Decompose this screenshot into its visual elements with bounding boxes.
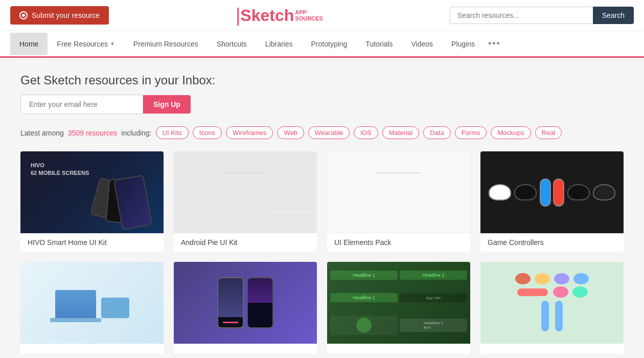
tag-material[interactable]: Material <box>382 126 419 139</box>
logo-sources-text: SOURCES <box>295 15 323 21</box>
card-thumbnail-android <box>174 151 317 233</box>
typo-cell-4: App title <box>400 294 467 302</box>
card-thumbnail-typography: Headline 1 Headline 2 Headline 1 App tit… <box>327 262 470 344</box>
search-button[interactable]: Search <box>593 7 634 24</box>
typo-cell-3: Headline 1 <box>330 293 398 302</box>
logo-sketch-text: Sketch <box>240 7 294 24</box>
card-thumbnail-movie <box>174 262 317 344</box>
laptop-shape <box>55 290 96 318</box>
card-thumbnail-sushi <box>480 262 624 344</box>
nav-item-videos[interactable]: Videos <box>402 33 443 55</box>
card-title-typography <box>327 344 470 354</box>
nav-item-premium-resources[interactable]: Premium Resources <box>124 33 208 55</box>
typo-cell-6: Headline 1font <box>400 319 467 332</box>
resource-card-sushi[interactable] <box>480 262 624 354</box>
ui-cell-2 <box>376 172 421 173</box>
nav-item-plugins[interactable]: Plugins <box>442 33 484 55</box>
tags-row: Latest among 3509 resources including: U… <box>20 126 624 139</box>
header: Submit your resource | Sketch APP SOURCE… <box>0 0 644 31</box>
tag-ui-kits[interactable]: UI Kits <box>156 126 189 139</box>
tag-web[interactable]: Web <box>277 126 304 139</box>
tag-mockups[interactable]: Mockups <box>491 126 531 139</box>
card-thumbnail-ui-elements <box>327 151 470 233</box>
nav-item-libraries[interactable]: Libraries <box>256 33 302 55</box>
tag-real[interactable]: Real <box>535 126 562 139</box>
newsletter-section: Get Sketch resources in your Inbox: Sign… <box>20 73 624 114</box>
card-title-game-ctrl: Game Controllers <box>480 233 624 252</box>
logo-app-text: APP <box>295 9 323 15</box>
tag-wearable[interactable]: Wearable <box>308 126 350 139</box>
target-icon <box>19 11 28 19</box>
nav-item-tutorials[interactable]: Tutorials <box>356 33 402 55</box>
logo-bracket-left: | <box>236 6 240 25</box>
tag-ios[interactable]: iOS <box>354 126 378 139</box>
main-nav: Home Free Resources ▼ Premium Resources … <box>0 31 644 58</box>
movie-cover <box>218 278 243 317</box>
typo-cell-5 <box>330 316 398 335</box>
nav-item-free-resources[interactable]: Free Resources ▼ <box>48 33 124 55</box>
sushi-item-5 <box>553 286 568 298</box>
resource-grid: HIVO Smart Home UI Kit Android Pie UI Ki… <box>20 151 624 354</box>
card-title-hivo: HIVO Smart Home UI Kit <box>20 233 164 252</box>
logo[interactable]: | Sketch APP SOURCES <box>236 6 323 25</box>
submit-resource-button[interactable]: Submit your resource <box>10 6 109 25</box>
card-title-movie <box>174 344 317 354</box>
search-input[interactable] <box>450 7 593 24</box>
card-thumbnail-laptop <box>20 262 164 344</box>
band-horizontal <box>517 288 548 296</box>
resource-card-android[interactable]: Android Pie UI Kit <box>174 151 317 252</box>
printer-shape <box>101 298 129 318</box>
controller-white <box>489 184 511 200</box>
card-title-sushi <box>480 344 624 354</box>
band-vertical-1 <box>541 301 549 331</box>
card-title-android: Android Pie UI Kit <box>174 233 317 252</box>
chevron-down-icon: ▼ <box>110 41 115 47</box>
controller-nintendo-red <box>553 178 564 207</box>
sushi-item-3 <box>554 273 569 284</box>
android-screen-2 <box>223 172 267 173</box>
band-vertical-2 <box>555 301 563 331</box>
tags-suffix: including: <box>121 129 151 137</box>
tags-prefix: Latest among <box>20 129 64 137</box>
movie-phone-1 <box>217 277 244 328</box>
resource-card-laptop[interactable] <box>20 262 164 354</box>
nav-item-home[interactable]: Home <box>10 33 48 55</box>
android-screen-6 <box>269 211 314 212</box>
controller-nintendo-blue <box>540 178 551 207</box>
newsletter-heading: Get Sketch resources in your Inbox: <box>20 73 624 87</box>
controller-dark <box>593 184 615 200</box>
submit-label: Submit your resource <box>32 11 100 19</box>
nav-more-button[interactable]: ••• <box>484 31 505 56</box>
resource-card-ui-elements[interactable]: UI Elements Pack <box>327 151 470 252</box>
email-input[interactable] <box>20 95 143 114</box>
card-thumbnail-game-ctrl <box>480 151 624 233</box>
tag-forms[interactable]: Forms <box>455 126 487 139</box>
resource-card-hivo[interactable]: HIVO Smart Home UI Kit <box>20 151 164 252</box>
typo-cell-1: Headline 1 <box>330 271 398 280</box>
nav-item-shortcuts[interactable]: Shortcuts <box>208 33 256 55</box>
resource-count: 3509 resources <box>68 129 118 137</box>
main-content: Get Sketch resources in your Inbox: Sign… <box>0 58 644 358</box>
card-title-ui-elements: UI Elements Pack <box>327 233 470 252</box>
resource-card-typography[interactable]: Headline 1 Headline 2 Headline 1 App tit… <box>327 262 470 354</box>
search-area: Search <box>450 7 634 24</box>
resource-card-game-ctrl[interactable]: Game Controllers <box>480 151 624 252</box>
signup-button[interactable]: Sign Up <box>143 95 191 114</box>
tag-wireframes[interactable]: Wireframes <box>226 126 273 139</box>
sushi-item-6 <box>572 286 588 298</box>
sushi-item-4 <box>573 273 589 284</box>
nav-item-prototyping[interactable]: Prototyping <box>302 33 357 55</box>
card-thumbnail-hivo <box>20 151 164 233</box>
newsletter-form: Sign Up <box>20 95 624 114</box>
sushi-item-1 <box>515 273 531 284</box>
movie-phone-2 <box>247 277 273 328</box>
card-title-laptop <box>20 344 164 354</box>
sushi-item-2 <box>535 273 550 284</box>
tag-icons[interactable]: Icons <box>193 126 222 139</box>
controller-black-1 <box>514 184 537 200</box>
typo-cell-2: Headline 2 <box>400 271 467 280</box>
resource-card-movie[interactable] <box>174 262 317 354</box>
controller-black-2 <box>567 184 590 200</box>
tag-data[interactable]: Data <box>423 126 450 139</box>
